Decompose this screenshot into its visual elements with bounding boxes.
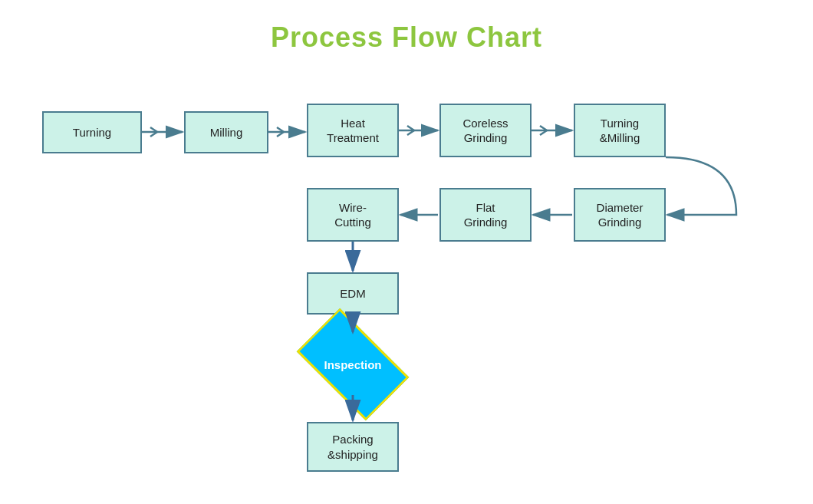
box-diameter-grinding: Diameter Grinding	[574, 188, 666, 242]
flowchart: Turning Milling Heat Treatment Coreless …	[0, 69, 813, 499]
box-milling: Milling	[184, 111, 268, 153]
box-packing-shipping: Packing &shipping	[307, 422, 399, 472]
box-turning: Turning	[42, 111, 142, 153]
box-edm: EDM	[307, 272, 399, 315]
box-flat-grinding: Flat Grinding	[439, 188, 532, 242]
box-heat-treatment: Heat Treatment	[307, 104, 399, 157]
page-title: Process Flow Chart	[0, 0, 813, 54]
box-coreless-grinding: Coreless Grinding	[439, 104, 532, 157]
box-turning-milling: Turning &Milling	[574, 104, 666, 157]
box-inspection: Inspection	[295, 334, 410, 395]
box-wire-cutting: Wire- Cutting	[307, 188, 399, 242]
